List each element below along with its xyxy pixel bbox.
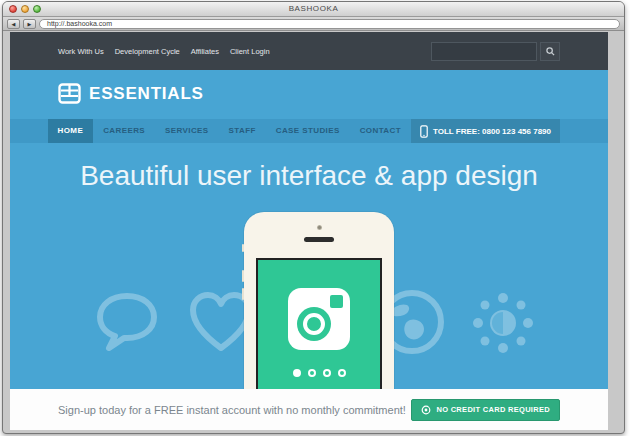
- nav-item-contact[interactable]: CONTACT: [350, 119, 411, 143]
- nav-item-case-studies[interactable]: CASE STUDIES: [266, 119, 350, 143]
- site-logo-text: ESSENTIALS: [89, 84, 204, 104]
- camera-app-icon: [288, 288, 350, 350]
- signup-message: Sign-up today for a FREE instant account…: [58, 404, 406, 416]
- link-development-cycle[interactable]: Development Cycle: [115, 47, 180, 56]
- minimize-window-button[interactable]: [21, 5, 29, 13]
- nav-spacer: [10, 119, 48, 143]
- nav-item-careers[interactable]: CAREERS: [93, 119, 155, 143]
- browser-window: BASHOOKA ◀ ▶ http://.bashooka.com Work W…: [2, 1, 625, 434]
- phone-volume-down-button: [242, 288, 244, 300]
- link-client-login[interactable]: Client Login: [230, 47, 270, 56]
- gear-icon: [470, 290, 536, 356]
- carousel-dot-4[interactable]: [338, 369, 346, 377]
- main-navigation: HOME CAREERS SERVICES STAFF CASE STUDIES…: [10, 119, 608, 143]
- toll-free-text: TOLL FREE: 0800 123 456 7890: [433, 127, 551, 136]
- hero-section: ESSENTIALS HOME CAREERS SERVICES STAFF C…: [10, 70, 608, 389]
- phone-screen: [256, 258, 382, 389]
- no-credit-card-button-label: NO CREDIT CARD REQUIRED: [436, 405, 550, 414]
- camera-viewfinder-square: [330, 295, 343, 308]
- essentials-logo-icon: [58, 83, 81, 104]
- link-work-with-us[interactable]: Work With Us: [58, 47, 104, 56]
- zoom-window-button[interactable]: [33, 5, 41, 13]
- speech-bubble-icon: [91, 286, 163, 358]
- forward-button[interactable]: ▶: [23, 19, 36, 29]
- no-credit-card-button[interactable]: NO CREDIT CARD REQUIRED: [411, 399, 560, 421]
- carousel-dot-2[interactable]: [308, 369, 316, 377]
- phone-mockup: [244, 212, 394, 389]
- close-window-button[interactable]: [9, 5, 17, 13]
- phone-volume-up-button: [242, 270, 244, 282]
- nav-item-staff[interactable]: STAFF: [219, 119, 266, 143]
- search-area: [431, 42, 560, 61]
- utility-bar: Work With Us Development Cycle Affiliate…: [10, 32, 608, 70]
- page-content: Work With Us Development Cycle Affiliate…: [10, 32, 608, 430]
- window-titlebar: BASHOOKA: [3, 2, 624, 17]
- window-title: BASHOOKA: [3, 2, 624, 16]
- toll-free-box[interactable]: TOLL FREE: 0800 123 456 7890: [411, 119, 560, 143]
- carousel-dot-1[interactable]: [293, 369, 301, 377]
- camera-lens-ring: [303, 313, 325, 335]
- address-bar[interactable]: http://.bashooka.com: [39, 19, 620, 29]
- carousel-dots: [258, 369, 380, 377]
- search-icon: [546, 47, 555, 56]
- phone-camera-dot: [317, 225, 322, 230]
- nav-item-home[interactable]: HOME: [48, 119, 94, 143]
- phone-mute-switch: [242, 244, 244, 252]
- search-button[interactable]: [540, 42, 560, 61]
- browser-toolbar: ◀ ▶ http://.bashooka.com: [3, 17, 624, 31]
- hero-headline: Beautiful user interface & app design: [10, 160, 608, 192]
- site-logo[interactable]: ESSENTIALS: [58, 83, 204, 104]
- phone-speaker: [304, 237, 334, 242]
- back-button[interactable]: ◀: [7, 19, 20, 29]
- link-affiliates[interactable]: Affiliates: [191, 47, 219, 56]
- phone-icon: [420, 125, 428, 138]
- search-input[interactable]: [431, 42, 537, 61]
- circle-dot-icon: [421, 405, 431, 415]
- signup-bar: Sign-up today for a FREE instant account…: [10, 389, 608, 430]
- carousel-dot-3[interactable]: [323, 369, 331, 377]
- window-controls: [9, 5, 41, 13]
- nav-item-services[interactable]: SERVICES: [155, 119, 219, 143]
